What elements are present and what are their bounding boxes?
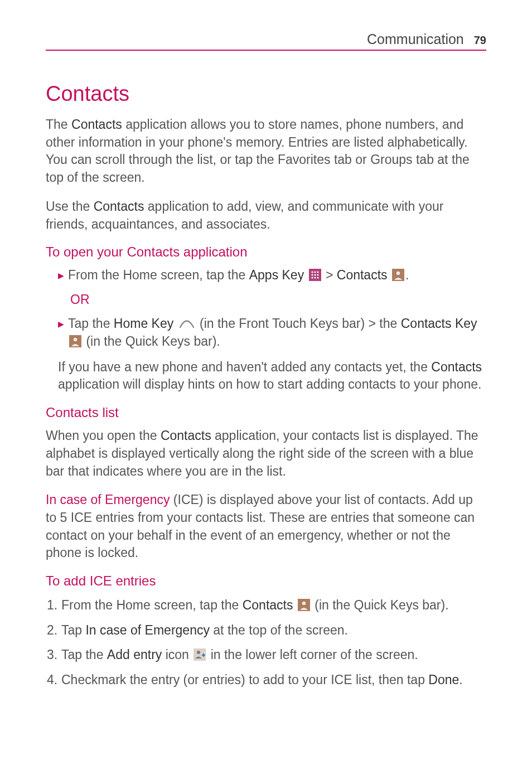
contacts-icon	[298, 599, 310, 611]
text: When you open the	[46, 428, 161, 443]
list-item: 4. Checkmark the entry (or entries) to a…	[47, 670, 486, 690]
svg-point-15	[302, 602, 306, 606]
list-text: From the Home screen, tap the Contacts (…	[61, 595, 486, 615]
svg-point-6	[317, 274, 318, 276]
app-name: Contacts	[94, 199, 144, 214]
svg-point-13	[74, 337, 78, 341]
label: Done	[428, 672, 459, 687]
app-name: Contacts	[71, 117, 122, 132]
bullet-marker-icon: ▶	[58, 319, 68, 330]
list-number: 3.	[47, 645, 61, 665]
text: .	[405, 268, 409, 282]
bullet-item: ▶ From the Home screen, tap the Apps Key…	[58, 267, 486, 284]
list-number: 2.	[47, 621, 61, 640]
page-title: Contacts	[46, 82, 486, 106]
bullet-text: Tap the Home Key (in the Front Touch Key…	[68, 315, 486, 350]
text: Use the	[46, 199, 94, 214]
text: in the lower left corner of the screen.	[211, 647, 418, 662]
bullet-text: From the Home screen, tap the Apps Key >…	[68, 267, 486, 284]
text: Checkmark the entry (or entries) to add …	[61, 672, 428, 687]
list-text: Tap the Add entry icon in the lower left…	[61, 645, 486, 665]
app-name: Contacts	[337, 268, 388, 282]
home-key-icon	[178, 318, 195, 329]
bullet-item: ▶ Tap the Home Key (in the Front Touch K…	[58, 315, 486, 350]
svg-rect-19	[203, 653, 204, 657]
svg-point-17	[197, 651, 200, 654]
section-name: Communication	[367, 31, 464, 47]
ice-label: In case of Emergency	[46, 492, 170, 507]
text: .	[459, 672, 462, 687]
label: Add entry	[107, 647, 162, 662]
svg-point-5	[314, 274, 316, 276]
text: application will display hints on how to…	[58, 377, 481, 391]
text: (in the Quick Keys bar).	[86, 334, 220, 348]
svg-point-7	[311, 277, 313, 279]
svg-point-8	[314, 277, 316, 279]
note-paragraph: If you have a new phone and haven't adde…	[58, 359, 486, 394]
page-header: Communication 79	[46, 31, 486, 51]
key-name: Home Key	[114, 316, 173, 331]
label: In case of Emergency	[85, 623, 209, 637]
text: (in the Quick Keys bar).	[315, 598, 448, 612]
app-name: Contacts	[161, 428, 211, 443]
list-number: 1.	[47, 595, 61, 615]
contacts-list-paragraph-2: In case of Emergency (ICE) is displayed …	[46, 491, 486, 562]
svg-point-9	[317, 277, 318, 279]
text: icon	[162, 647, 192, 662]
text: From the Home screen, tap the	[61, 598, 243, 612]
list-number: 4.	[47, 670, 61, 690]
app-name: Contacts	[431, 360, 482, 374]
key-name: Apps Key	[249, 268, 304, 282]
text: From the Home screen, tap the	[68, 268, 249, 282]
contacts-list-paragraph-1: When you open the Contacts application, …	[46, 427, 486, 480]
intro-paragraph-2: Use the Contacts application to add, vie…	[46, 198, 486, 233]
svg-point-1	[311, 272, 313, 273]
svg-point-4	[311, 274, 313, 276]
text: (in the Front Touch Keys bar) > the	[200, 316, 401, 331]
app-name: Contacts	[243, 598, 293, 612]
document-page: Communication 79 Contacts The Contacts a…	[0, 0, 532, 726]
heading-contacts-list: Contacts list	[46, 405, 486, 420]
text: at the top of the screen.	[210, 623, 348, 637]
heading-add-ice: To add ICE entries	[46, 573, 486, 589]
ordered-list: 1. From the Home screen, tap the Contact…	[46, 595, 486, 689]
svg-point-3	[317, 272, 318, 273]
text: Tap the	[68, 316, 114, 331]
text: Tap	[61, 623, 85, 637]
add-entry-icon	[194, 648, 206, 661]
key-name: Contacts Key	[401, 316, 477, 331]
list-item: 3. Tap the Add entry icon in the lower l…	[47, 645, 486, 665]
text: The	[46, 117, 71, 132]
bullet-marker-icon: ▶	[58, 270, 68, 281]
apps-key-icon	[309, 269, 321, 281]
text: If you have a new phone and haven't adde…	[58, 360, 431, 374]
text: Tap the	[61, 647, 107, 662]
list-text: Tap In case of Emergency at the top of t…	[61, 621, 486, 640]
text: >	[326, 268, 337, 282]
or-label: OR	[70, 292, 486, 307]
contacts-key-icon	[69, 335, 81, 347]
list-text: Checkmark the entry (or entries) to add …	[61, 670, 486, 690]
svg-point-2	[314, 272, 316, 273]
heading-open-contacts: To open your Contacts application	[46, 244, 486, 260]
list-item: 1. From the Home screen, tap the Contact…	[47, 595, 486, 615]
list-item: 2. Tap In case of Emergency at the top o…	[47, 621, 486, 640]
page-number: 79	[474, 34, 486, 47]
intro-paragraph-1: The Contacts application allows you to s…	[46, 116, 486, 187]
contacts-icon	[392, 269, 404, 281]
svg-point-11	[396, 272, 400, 275]
